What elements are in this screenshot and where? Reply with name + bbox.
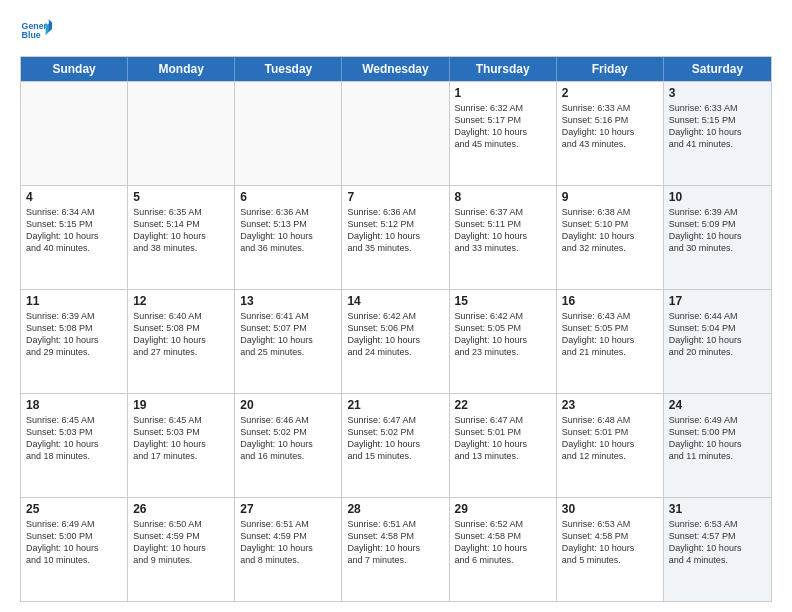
day-info: Sunrise: 6:53 AM Sunset: 4:57 PM Dayligh…	[669, 518, 766, 567]
weekday-header: Monday	[128, 57, 235, 81]
day-info: Sunrise: 6:45 AM Sunset: 5:03 PM Dayligh…	[133, 414, 229, 463]
day-info: Sunrise: 6:49 AM Sunset: 5:00 PM Dayligh…	[669, 414, 766, 463]
calendar-cell: 12Sunrise: 6:40 AM Sunset: 5:08 PM Dayli…	[128, 290, 235, 393]
day-number: 30	[562, 502, 658, 516]
day-number: 20	[240, 398, 336, 412]
calendar-cell	[21, 82, 128, 185]
calendar-cell: 3Sunrise: 6:33 AM Sunset: 5:15 PM Daylig…	[664, 82, 771, 185]
calendar-cell: 1Sunrise: 6:32 AM Sunset: 5:17 PM Daylig…	[450, 82, 557, 185]
svg-text:Blue: Blue	[22, 30, 41, 40]
weekday-header: Saturday	[664, 57, 771, 81]
day-number: 19	[133, 398, 229, 412]
calendar-cell: 29Sunrise: 6:52 AM Sunset: 4:58 PM Dayli…	[450, 498, 557, 601]
day-number: 15	[455, 294, 551, 308]
calendar-cell: 10Sunrise: 6:39 AM Sunset: 5:09 PM Dayli…	[664, 186, 771, 289]
day-number: 14	[347, 294, 443, 308]
calendar-cell: 25Sunrise: 6:49 AM Sunset: 5:00 PM Dayli…	[21, 498, 128, 601]
day-info: Sunrise: 6:46 AM Sunset: 5:02 PM Dayligh…	[240, 414, 336, 463]
calendar-cell: 18Sunrise: 6:45 AM Sunset: 5:03 PM Dayli…	[21, 394, 128, 497]
calendar-cell: 20Sunrise: 6:46 AM Sunset: 5:02 PM Dayli…	[235, 394, 342, 497]
weekday-header: Tuesday	[235, 57, 342, 81]
calendar-cell: 24Sunrise: 6:49 AM Sunset: 5:00 PM Dayli…	[664, 394, 771, 497]
day-number: 13	[240, 294, 336, 308]
day-info: Sunrise: 6:50 AM Sunset: 4:59 PM Dayligh…	[133, 518, 229, 567]
day-info: Sunrise: 6:48 AM Sunset: 5:01 PM Dayligh…	[562, 414, 658, 463]
calendar-cell	[128, 82, 235, 185]
calendar-cell: 8Sunrise: 6:37 AM Sunset: 5:11 PM Daylig…	[450, 186, 557, 289]
logo: General Blue	[20, 16, 56, 48]
day-number: 22	[455, 398, 551, 412]
day-info: Sunrise: 6:47 AM Sunset: 5:02 PM Dayligh…	[347, 414, 443, 463]
day-number: 25	[26, 502, 122, 516]
calendar-cell: 22Sunrise: 6:47 AM Sunset: 5:01 PM Dayli…	[450, 394, 557, 497]
day-info: Sunrise: 6:35 AM Sunset: 5:14 PM Dayligh…	[133, 206, 229, 255]
day-info: Sunrise: 6:45 AM Sunset: 5:03 PM Dayligh…	[26, 414, 122, 463]
day-number: 12	[133, 294, 229, 308]
calendar-cell: 7Sunrise: 6:36 AM Sunset: 5:12 PM Daylig…	[342, 186, 449, 289]
day-number: 11	[26, 294, 122, 308]
day-number: 1	[455, 86, 551, 100]
calendar-header: SundayMondayTuesdayWednesdayThursdayFrid…	[21, 57, 771, 81]
weekday-header: Thursday	[450, 57, 557, 81]
day-number: 18	[26, 398, 122, 412]
day-info: Sunrise: 6:33 AM Sunset: 5:15 PM Dayligh…	[669, 102, 766, 151]
calendar-row: 4Sunrise: 6:34 AM Sunset: 5:15 PM Daylig…	[21, 185, 771, 289]
day-info: Sunrise: 6:44 AM Sunset: 5:04 PM Dayligh…	[669, 310, 766, 359]
day-info: Sunrise: 6:42 AM Sunset: 5:06 PM Dayligh…	[347, 310, 443, 359]
day-number: 4	[26, 190, 122, 204]
day-info: Sunrise: 6:49 AM Sunset: 5:00 PM Dayligh…	[26, 518, 122, 567]
calendar-cell: 14Sunrise: 6:42 AM Sunset: 5:06 PM Dayli…	[342, 290, 449, 393]
calendar-cell: 31Sunrise: 6:53 AM Sunset: 4:57 PM Dayli…	[664, 498, 771, 601]
day-info: Sunrise: 6:37 AM Sunset: 5:11 PM Dayligh…	[455, 206, 551, 255]
day-number: 2	[562, 86, 658, 100]
day-number: 29	[455, 502, 551, 516]
day-number: 5	[133, 190, 229, 204]
day-info: Sunrise: 6:39 AM Sunset: 5:08 PM Dayligh…	[26, 310, 122, 359]
calendar-row: 11Sunrise: 6:39 AM Sunset: 5:08 PM Dayli…	[21, 289, 771, 393]
calendar-cell: 30Sunrise: 6:53 AM Sunset: 4:58 PM Dayli…	[557, 498, 664, 601]
page: General Blue SundayMondayTuesdayWednesda…	[0, 0, 792, 612]
calendar-cell: 5Sunrise: 6:35 AM Sunset: 5:14 PM Daylig…	[128, 186, 235, 289]
weekday-header: Sunday	[21, 57, 128, 81]
day-info: Sunrise: 6:41 AM Sunset: 5:07 PM Dayligh…	[240, 310, 336, 359]
calendar-cell: 21Sunrise: 6:47 AM Sunset: 5:02 PM Dayli…	[342, 394, 449, 497]
day-info: Sunrise: 6:32 AM Sunset: 5:17 PM Dayligh…	[455, 102, 551, 151]
day-number: 10	[669, 190, 766, 204]
calendar-cell: 23Sunrise: 6:48 AM Sunset: 5:01 PM Dayli…	[557, 394, 664, 497]
day-info: Sunrise: 6:51 AM Sunset: 4:58 PM Dayligh…	[347, 518, 443, 567]
calendar-cell: 6Sunrise: 6:36 AM Sunset: 5:13 PM Daylig…	[235, 186, 342, 289]
calendar-row: 18Sunrise: 6:45 AM Sunset: 5:03 PM Dayli…	[21, 393, 771, 497]
day-number: 21	[347, 398, 443, 412]
day-info: Sunrise: 6:40 AM Sunset: 5:08 PM Dayligh…	[133, 310, 229, 359]
day-info: Sunrise: 6:51 AM Sunset: 4:59 PM Dayligh…	[240, 518, 336, 567]
day-info: Sunrise: 6:39 AM Sunset: 5:09 PM Dayligh…	[669, 206, 766, 255]
calendar-cell: 9Sunrise: 6:38 AM Sunset: 5:10 PM Daylig…	[557, 186, 664, 289]
day-info: Sunrise: 6:43 AM Sunset: 5:05 PM Dayligh…	[562, 310, 658, 359]
weekday-header: Wednesday	[342, 57, 449, 81]
calendar-cell: 2Sunrise: 6:33 AM Sunset: 5:16 PM Daylig…	[557, 82, 664, 185]
logo-icon: General Blue	[20, 16, 52, 48]
day-number: 17	[669, 294, 766, 308]
calendar-cell: 19Sunrise: 6:45 AM Sunset: 5:03 PM Dayli…	[128, 394, 235, 497]
day-info: Sunrise: 6:38 AM Sunset: 5:10 PM Dayligh…	[562, 206, 658, 255]
day-info: Sunrise: 6:53 AM Sunset: 4:58 PM Dayligh…	[562, 518, 658, 567]
calendar-row: 1Sunrise: 6:32 AM Sunset: 5:17 PM Daylig…	[21, 81, 771, 185]
day-number: 28	[347, 502, 443, 516]
calendar-body: 1Sunrise: 6:32 AM Sunset: 5:17 PM Daylig…	[21, 81, 771, 601]
day-info: Sunrise: 6:33 AM Sunset: 5:16 PM Dayligh…	[562, 102, 658, 151]
weekday-header: Friday	[557, 57, 664, 81]
day-number: 27	[240, 502, 336, 516]
day-info: Sunrise: 6:36 AM Sunset: 5:12 PM Dayligh…	[347, 206, 443, 255]
day-info: Sunrise: 6:47 AM Sunset: 5:01 PM Dayligh…	[455, 414, 551, 463]
day-number: 24	[669, 398, 766, 412]
header: General Blue	[20, 16, 772, 48]
calendar-cell: 28Sunrise: 6:51 AM Sunset: 4:58 PM Dayli…	[342, 498, 449, 601]
day-number: 8	[455, 190, 551, 204]
day-number: 7	[347, 190, 443, 204]
calendar-cell: 15Sunrise: 6:42 AM Sunset: 5:05 PM Dayli…	[450, 290, 557, 393]
calendar-cell	[235, 82, 342, 185]
day-info: Sunrise: 6:34 AM Sunset: 5:15 PM Dayligh…	[26, 206, 122, 255]
calendar: SundayMondayTuesdayWednesdayThursdayFrid…	[20, 56, 772, 602]
day-number: 9	[562, 190, 658, 204]
calendar-cell	[342, 82, 449, 185]
